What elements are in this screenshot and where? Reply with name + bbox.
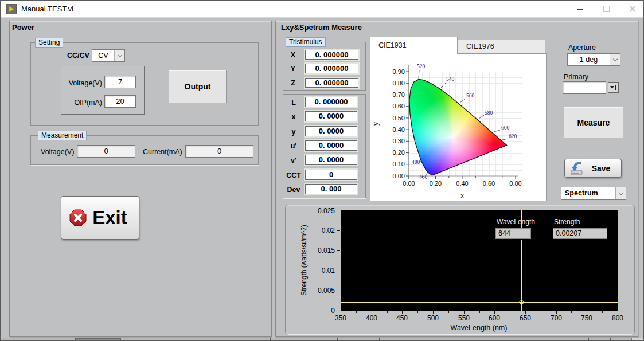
measured-voltage-label: Voltage(V)	[41, 148, 74, 156]
primary-label: Primary	[564, 73, 588, 81]
exit-stop-icon	[69, 209, 87, 226]
cccv-select[interactable]: CV	[92, 49, 125, 62]
chevron-down-icon	[117, 52, 122, 57]
app-window: Manual TEST.vi Power Setting CC/CV CV Vo…	[0, 0, 644, 341]
spectrum-x-title: WaveLength (nm)	[421, 324, 536, 332]
tristimulus-label: Tristimuius	[286, 37, 326, 47]
aperture-value: 1 deg	[568, 54, 610, 65]
result-cct-field: 0	[305, 170, 357, 180]
svg-text:520: 520	[417, 64, 426, 69]
aperture-select[interactable]: 1 deg	[567, 53, 620, 66]
strength-cursor-field[interactable]: 0.00207	[553, 228, 607, 239]
primary-picker-button[interactable]	[608, 82, 619, 93]
exit-label: Exit	[87, 207, 133, 229]
spectrum-chart: Strength (watts/sr/m^2) WaveLength Stren…	[285, 205, 635, 335]
svg-text:600: 600	[501, 125, 510, 131]
result-u-field: 0. 0000	[305, 140, 357, 151]
cursor-wavelength-label: WaveLength	[497, 218, 535, 226]
minimize-icon	[577, 9, 583, 10]
spectrum-plot[interactable]: WaveLength Strength 644 0.00207	[341, 210, 618, 311]
cursor-marker[interactable]	[519, 300, 525, 305]
save-button[interactable]: Save	[564, 159, 622, 178]
cursor-hline	[341, 302, 618, 303]
svg-text:0.50: 0.50	[393, 115, 405, 121]
result-cct-label: CCT	[284, 171, 303, 179]
result-L-field: 0. 000000	[305, 97, 357, 107]
output-button[interactable]: Output	[169, 70, 227, 103]
svg-text:480: 480	[412, 159, 420, 165]
cie-diagram: 0.90 0.80 0.70 0.60 0.50 0.40 0.30 0.20 …	[370, 53, 547, 201]
aperture-chevron[interactable]	[610, 54, 620, 65]
close-icon	[629, 5, 636, 13]
setting-label: Setting	[35, 38, 63, 48]
setpoint-panel	[61, 66, 145, 115]
cie-y-title: y	[372, 122, 380, 126]
maximize-icon	[603, 6, 610, 12]
cccv-label: CC/CV	[67, 52, 89, 60]
window-titlebar: Manual TEST.vi	[1, 1, 643, 18]
maximize-button[interactable]	[594, 1, 619, 17]
spectrum-y-title: Strength (watts/sr/m^2)	[300, 225, 308, 296]
measured-current-label: Current(mA)	[143, 148, 182, 156]
svg-text:580: 580	[485, 110, 493, 116]
svg-text:0.60: 0.60	[393, 103, 405, 109]
exit-button[interactable]: Exit	[61, 196, 139, 240]
scrollbar-end-cap	[631, 338, 644, 341]
result-y-label: y	[284, 128, 303, 136]
display-mode-chevron[interactable]	[615, 187, 626, 199]
svg-text:0.20: 0.20	[430, 180, 442, 187]
measured-voltage-field: 0	[77, 145, 135, 158]
svg-text:620: 620	[509, 134, 517, 139]
svg-text:0.10: 0.10	[393, 160, 405, 167]
svg-text:0.30: 0.30	[393, 138, 405, 144]
wavelength-cursor-field[interactable]: 644	[495, 228, 531, 239]
measurement-label: Measurement	[38, 131, 87, 140]
aperture-label: Aperture	[568, 44, 596, 52]
svg-text:0.60: 0.60	[483, 180, 495, 187]
svg-text:0.40: 0.40	[393, 126, 405, 133]
cursor-strength-label: Strength	[554, 218, 580, 226]
tab-cie1976[interactable]: CIE1976	[458, 40, 545, 53]
cie-x-title: x	[460, 192, 464, 199]
tristimulus-z-label: Z	[285, 79, 301, 87]
svg-text:0.00: 0.00	[403, 180, 415, 187]
svg-text:560: 560	[466, 93, 475, 99]
result-dev-field: 0. 000	[305, 184, 357, 194]
voltage-set-label: Voltage(V)	[61, 79, 102, 87]
primary-combobox[interactable]	[563, 81, 606, 94]
save-icon	[569, 161, 584, 176]
tristimulus-x-field: 0. 000000	[305, 50, 358, 60]
minimize-button[interactable]	[567, 1, 592, 17]
chevron-down-icon	[618, 190, 623, 195]
bottom-scrollbar[interactable]	[1, 338, 644, 341]
result-y-field: 0. 0000	[305, 126, 357, 136]
tab-cie1931[interactable]: CIE1931	[370, 37, 458, 54]
save-label: Save	[584, 164, 618, 173]
display-mode-select[interactable]: Spectrum	[561, 187, 626, 200]
svg-text:0.40: 0.40	[456, 180, 468, 187]
measure-title: Lxy&Spetrum Measure	[281, 23, 362, 32]
measure-button[interactable]: Measure	[564, 107, 623, 138]
voltage-input[interactable]: 7	[104, 76, 136, 88]
tristimulus-y-field: 0. 000000	[305, 64, 358, 73]
result-x-label: x	[284, 113, 303, 121]
svg-text:460: 460	[419, 174, 428, 180]
cie-axes: 0.90 0.80 0.70 0.60 0.50 0.40 0.30 0.20 …	[370, 53, 547, 201]
oip-input[interactable]: 20	[104, 95, 136, 108]
result-u-label: u'	[284, 142, 303, 150]
display-mode-value: Spectrum	[561, 187, 615, 199]
svg-text:0.70: 0.70	[393, 91, 405, 98]
scrollbar-thumb[interactable]	[75, 338, 121, 341]
window-title: Manual TEST.vi	[21, 5, 73, 13]
svg-text:0.90: 0.90	[393, 68, 405, 75]
measured-current-field: 0	[185, 145, 253, 158]
cccv-chevron[interactable]	[114, 50, 124, 61]
svg-text:540: 540	[446, 76, 455, 82]
svg-text:0.20: 0.20	[393, 149, 405, 156]
result-dev-label: Dev	[284, 186, 303, 194]
oip-set-label: OIP(mA)	[61, 99, 102, 107]
ring-select-icon	[610, 84, 617, 91]
chevron-down-icon	[612, 56, 617, 61]
close-button[interactable]	[619, 1, 644, 17]
labview-icon	[6, 4, 17, 14]
